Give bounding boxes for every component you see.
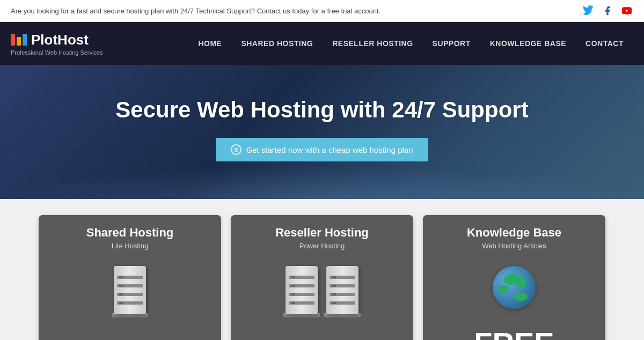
knowledge-base-price: FREE plothost.com/kb bbox=[423, 320, 605, 340]
knowledge-base-header: Knowledge Base Web Hosting Articles bbox=[423, 215, 605, 255]
nav-reseller-hosting[interactable]: RESELLER HOSTING bbox=[323, 34, 422, 53]
facebook-icon[interactable] bbox=[601, 4, 614, 17]
knowledge-base-card: Knowledge Base Web Hosting Articles FREE… bbox=[423, 215, 605, 340]
nav-shared-hosting[interactable]: SHARED HOSTING bbox=[231, 34, 323, 53]
logo-bars bbox=[11, 34, 27, 46]
shared-hosting-subtitle: Lite Hosting bbox=[47, 242, 213, 250]
hero-title: Secure Web Hosting with 24/7 Support bbox=[11, 97, 633, 123]
reseller-hosting-header: Reseller Hosting Power Hosting bbox=[231, 215, 413, 255]
knowledge-base-image bbox=[423, 255, 605, 320]
hero-cta-button[interactable]: ⊕ Get started now with a cheap web hosti… bbox=[216, 138, 428, 161]
reseller-hosting-subtitle: Power Hosting bbox=[239, 242, 405, 250]
announcement-bar: Are you looking for a fast and secure ho… bbox=[0, 0, 644, 22]
shared-hosting-price: $ 2 95 /Month bbox=[39, 328, 221, 340]
nav-support[interactable]: SUPPORT bbox=[423, 34, 480, 53]
hero-cta-text: Get started now with a cheap web hosting… bbox=[246, 145, 413, 154]
server-tower-2 bbox=[326, 266, 358, 314]
logo-subtitle: Professional Web Hosting Services bbox=[11, 49, 103, 56]
server-tower-1 bbox=[286, 266, 318, 314]
twitter-icon[interactable] bbox=[582, 4, 595, 17]
cta-icon: ⊕ bbox=[231, 144, 241, 155]
nav-links: HOME SHARED HOSTING RESELLER HOSTING SUP… bbox=[188, 34, 633, 53]
logo-link[interactable]: PlotHost Professional Web Hosting Servic… bbox=[11, 32, 103, 56]
knowledge-base-title: Knowledge Base bbox=[431, 226, 597, 240]
nav-contact[interactable]: CONTACT bbox=[576, 34, 633, 53]
knowledge-base-subtitle: Web Hosting Articles bbox=[431, 242, 597, 250]
nav-knowledge-base[interactable]: KNOWLEDGE BASE bbox=[480, 34, 576, 53]
announcement-text: Are you looking for a fast and secure ho… bbox=[11, 7, 380, 15]
logo-text: PlotHost bbox=[31, 32, 89, 48]
reseller-hosting-card: Reseller Hosting Power Hosting bbox=[231, 215, 413, 340]
two-servers bbox=[283, 266, 361, 317]
reseller-hosting-title: Reseller Hosting bbox=[239, 226, 405, 240]
shared-hosting-header: Shared Hosting Lite Hosting bbox=[39, 215, 221, 255]
shared-hosting-image bbox=[39, 255, 221, 328]
social-icons bbox=[582, 4, 633, 17]
globe-icon bbox=[493, 266, 536, 309]
youtube-icon[interactable] bbox=[620, 4, 633, 17]
nav-home[interactable]: HOME bbox=[188, 34, 231, 53]
reseller-hosting-price: $ 6 95 /Month bbox=[231, 328, 413, 340]
reseller-price-main: 6 bbox=[311, 337, 327, 340]
reseller-hosting-image bbox=[231, 255, 413, 328]
hero-section: Secure Web Hosting with 24/7 Support ⊕ G… bbox=[0, 65, 644, 199]
kb-price-free: FREE bbox=[474, 328, 554, 340]
shared-hosting-card: Shared Hosting Lite Hosting $ 2 95 /Mont… bbox=[39, 215, 221, 340]
shared-hosting-title: Shared Hosting bbox=[47, 226, 213, 240]
cards-section: Shared Hosting Lite Hosting $ 2 95 /Mont… bbox=[0, 199, 644, 340]
navbar: PlotHost Professional Web Hosting Servic… bbox=[0, 22, 644, 65]
shared-price-main: 2 bbox=[119, 337, 135, 340]
server-tower-single bbox=[114, 266, 146, 314]
